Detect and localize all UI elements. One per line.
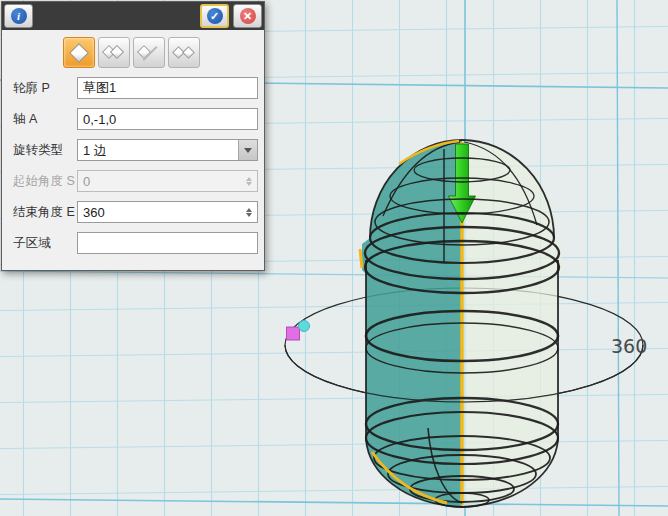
- field-row-subregion: 子区域: [13, 232, 258, 254]
- field-row-profile: 轮廓 P: [13, 77, 258, 99]
- subregion-label: 子区域: [13, 235, 77, 252]
- info-icon: i: [11, 8, 27, 24]
- rotate-type-select[interactable]: 1 边: [77, 139, 258, 161]
- boolean-mode-toolbar: [63, 37, 264, 68]
- diamond-base-icon: [69, 43, 89, 63]
- check-icon: ✓: [207, 8, 223, 24]
- field-row-rotate-type: 旋转类型 1 边: [13, 139, 258, 161]
- profile-input[interactable]: [77, 77, 258, 99]
- start-angle-input: [77, 170, 258, 192]
- mode-subtract-button[interactable]: [133, 37, 165, 68]
- revolve-dialog: i ✓ ✕: [1, 1, 265, 271]
- dialog-fields: 轮廓 P 轴 A 旋转类型 1 边: [2, 77, 264, 254]
- confirm-button[interactable]: ✓: [200, 4, 229, 28]
- mode-base-button[interactable]: [63, 37, 95, 68]
- handle-ball-icon[interactable]: [299, 321, 310, 332]
- info-button[interactable]: i: [4, 4, 33, 28]
- start-angle-spinner: [241, 171, 257, 191]
- chevron-down-icon[interactable]: [238, 140, 257, 160]
- field-row-start-angle: 起始角度 S: [13, 170, 258, 192]
- subregion-input[interactable]: [77, 232, 258, 254]
- axis-input[interactable]: [77, 108, 258, 130]
- angle-value-label: 360: [611, 335, 647, 357]
- field-row-axis: 轴 A: [13, 108, 258, 130]
- profile-label: 轮廓 P: [13, 80, 77, 97]
- end-angle-spinner[interactable]: [241, 202, 257, 222]
- start-angle-label: 起始角度 S: [13, 173, 77, 190]
- end-angle-input[interactable]: [77, 201, 258, 223]
- rotate-type-label: 旋转类型: [13, 142, 77, 159]
- field-row-end-angle: 结束角度 E: [13, 201, 258, 223]
- close-icon: ✕: [240, 8, 256, 24]
- cancel-button[interactable]: ✕: [233, 4, 262, 28]
- mode-add-button[interactable]: [98, 37, 130, 68]
- end-angle-label: 结束角度 E: [13, 204, 77, 221]
- dialog-titlebar: i ✓ ✕: [2, 2, 264, 30]
- rotate-type-value: 1 边: [78, 140, 238, 160]
- app-window: 360 i ✓ ✕: [0, 0, 668, 516]
- handle-square-icon[interactable]: [287, 327, 300, 340]
- mode-intersect-button[interactable]: [168, 37, 200, 68]
- axis-label: 轴 A: [13, 111, 77, 128]
